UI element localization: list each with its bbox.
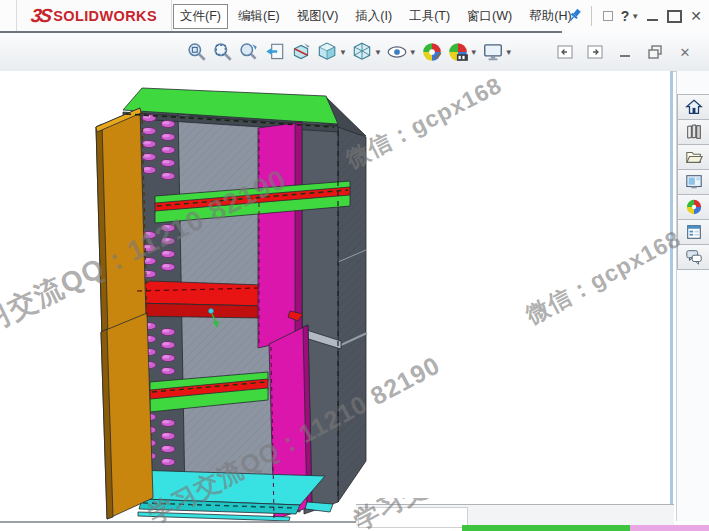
left-upper-door — [96, 108, 146, 338]
close-button[interactable]: ✕ — [685, 4, 707, 28]
solidworks-forum-button[interactable] — [677, 244, 709, 270]
display-style-icon — [351, 41, 373, 63]
help-label: ? — [621, 8, 630, 24]
view-orientation-icon — [316, 41, 338, 63]
task-pane — [676, 71, 709, 521]
chevron-down-icon: ▼ — [339, 48, 347, 57]
design-library-button[interactable] — [677, 119, 709, 145]
appearances-scenes-button[interactable] — [677, 194, 709, 220]
forum-icon — [685, 248, 703, 266]
zoom-in-out-icon — [238, 41, 260, 63]
toolbar-options-icon[interactable] — [597, 4, 619, 28]
menu-items: 文件(F) 编辑(E) 视图(V) 插入(I) 工具(T) 窗口(W) 帮助(H… — [173, 4, 579, 29]
zoom-to-fit-icon — [186, 41, 208, 63]
display-style-button[interactable]: ▼ — [349, 39, 384, 65]
hide-show-items-button[interactable]: ▼ — [384, 39, 419, 65]
apply-scene-icon — [447, 41, 469, 63]
menu-window[interactable]: 窗口(W) — [460, 4, 519, 29]
view-orientation-button[interactable]: ▼ — [314, 39, 349, 65]
left-lower-door — [101, 313, 153, 519]
chevron-down-icon: ▼ — [374, 48, 382, 57]
view-settings-button[interactable]: ▼ — [480, 39, 515, 65]
red-shelf-top — [133, 281, 266, 306]
custom-properties-button[interactable] — [677, 219, 709, 245]
previous-view-button[interactable] — [262, 39, 288, 65]
beachball-icon — [685, 198, 703, 216]
previous-window-button[interactable] — [555, 43, 575, 61]
books-icon — [685, 123, 703, 141]
menu-file[interactable]: 文件(F) — [173, 4, 228, 29]
doc-minimize-button[interactable] — [615, 43, 635, 61]
chevron-down-icon: ▼ — [505, 48, 513, 57]
zoom-to-area-button[interactable] — [210, 39, 236, 65]
form-icon — [685, 223, 703, 241]
chevron-down-icon: ▼ — [631, 12, 639, 21]
monitor-icon — [482, 41, 504, 63]
previous-view-icon — [264, 41, 286, 63]
section-view-button[interactable] — [288, 39, 314, 65]
solidworks-resources-button[interactable] — [677, 94, 709, 120]
beachball-icon — [421, 41, 443, 63]
chevron-down-icon: ▼ — [470, 48, 478, 57]
home-icon — [685, 98, 703, 116]
menu-insert[interactable]: 插入(I) — [348, 4, 399, 29]
eye-icon — [386, 41, 408, 63]
status-box — [358, 507, 468, 528]
view-palette-button[interactable] — [677, 169, 709, 195]
file-explorer-button[interactable] — [677, 144, 709, 170]
view-palette-icon — [685, 173, 703, 191]
solidworks-logo-text: SOLIDWORKS — [53, 8, 157, 24]
bottom-strip-pink — [630, 525, 709, 531]
red-shelf-front — [130, 303, 266, 318]
document-window-controls: ✕ — [555, 43, 695, 61]
view-toolbar: ▼ ▼ ▼ — [0, 33, 709, 72]
maximize-button[interactable] — [663, 4, 685, 28]
menu-view[interactable]: 视图(V) — [290, 4, 346, 29]
zoom-to-area-icon — [212, 41, 234, 63]
doc-close-button[interactable]: ✕ — [675, 43, 695, 61]
minimize-button[interactable] — [641, 4, 663, 28]
pushpin-icon[interactable] — [564, 4, 586, 28]
solidworks-logo: 3S SOLIDWORKS — [16, 0, 172, 31]
graphics-area[interactable] — [0, 71, 673, 521]
edit-appearance-button[interactable] — [419, 39, 445, 65]
window-bottom-edge — [0, 521, 356, 523]
section-view-icon — [290, 41, 312, 63]
right-upper-door-edge — [295, 122, 302, 340]
folder-icon — [685, 148, 703, 166]
chevron-down-icon: ▼ — [409, 48, 417, 57]
zoom-to-fit-button[interactable] — [184, 39, 210, 65]
menu-tools[interactable]: 工具(T) — [402, 4, 457, 29]
menubar-separator — [591, 6, 592, 26]
menu-edit[interactable]: 编辑(E) — [231, 4, 287, 29]
zoom-in-out-button[interactable] — [236, 39, 262, 65]
apply-scene-button[interactable]: ▼ — [445, 39, 480, 65]
help-button[interactable]: ? ▼ — [619, 4, 641, 28]
solidworks-logo-mark: 3S — [29, 5, 51, 27]
cabinet-3d-model[interactable] — [0, 71, 670, 521]
next-window-button[interactable] — [585, 43, 605, 61]
menu-bar: 3S SOLIDWORKS 文件(F) 编辑(E) 视图(V) 插入(I) 工具… — [0, 0, 709, 33]
base-panel — [134, 470, 333, 521]
doc-restore-button[interactable] — [645, 43, 665, 61]
bottom-strip-green — [462, 525, 630, 531]
